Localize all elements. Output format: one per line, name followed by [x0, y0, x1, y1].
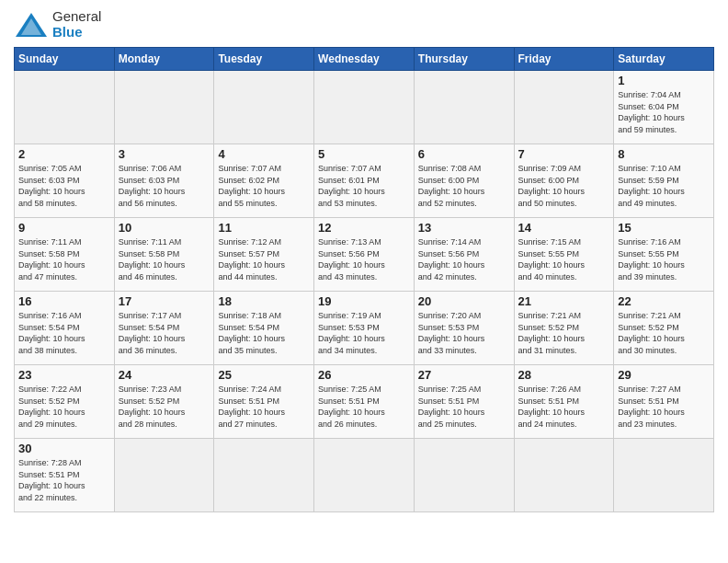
- logo-text: General Blue: [52, 9, 101, 40]
- week-row-2: 2Sunrise: 7:05 AM Sunset: 6:03 PM Daylig…: [15, 144, 714, 218]
- day-info: Sunrise: 7:09 AM Sunset: 6:00 PM Dayligh…: [518, 163, 610, 209]
- week-row-4: 16Sunrise: 7:16 AM Sunset: 5:54 PM Dayli…: [15, 292, 714, 365]
- day-number: 6: [418, 147, 510, 161]
- calendar-cell: [15, 71, 115, 144]
- day-info: Sunrise: 7:15 AM Sunset: 5:55 PM Dayligh…: [518, 236, 610, 282]
- day-number: 9: [18, 221, 110, 235]
- calendar-cell: 20Sunrise: 7:20 AM Sunset: 5:53 PM Dayli…: [414, 292, 514, 365]
- day-info: Sunrise: 7:04 AM Sunset: 6:04 PM Dayligh…: [618, 89, 710, 135]
- calendar-cell: 29Sunrise: 7:27 AM Sunset: 5:51 PM Dayli…: [614, 365, 714, 439]
- day-number: 11: [218, 221, 310, 235]
- day-number: 7: [518, 147, 610, 161]
- calendar-cell: 17Sunrise: 7:17 AM Sunset: 5:54 PM Dayli…: [114, 292, 214, 365]
- day-number: 2: [18, 147, 110, 161]
- calendar-cell: [414, 439, 514, 512]
- day-info: Sunrise: 7:21 AM Sunset: 5:52 PM Dayligh…: [618, 310, 710, 356]
- day-number: 20: [418, 294, 510, 308]
- day-header-saturday: Saturday: [614, 48, 714, 71]
- day-info: Sunrise: 7:05 AM Sunset: 6:03 PM Dayligh…: [18, 163, 110, 209]
- day-number: 28: [518, 368, 610, 382]
- calendar-body: 1Sunrise: 7:04 AM Sunset: 6:04 PM Daylig…: [15, 71, 714, 512]
- calendar-cell: 18Sunrise: 7:18 AM Sunset: 5:54 PM Dayli…: [214, 292, 314, 365]
- day-info: Sunrise: 7:12 AM Sunset: 5:57 PM Dayligh…: [218, 236, 310, 282]
- calendar-cell: 30Sunrise: 7:28 AM Sunset: 5:51 PM Dayli…: [15, 439, 115, 512]
- calendar-cell: 8Sunrise: 7:10 AM Sunset: 5:59 PM Daylig…: [614, 144, 714, 218]
- calendar-cell: [514, 71, 614, 144]
- day-number: 13: [418, 221, 510, 235]
- day-number: 19: [318, 294, 410, 308]
- day-number: 15: [618, 221, 710, 235]
- calendar-cell: [214, 71, 314, 144]
- calendar-cell: 11Sunrise: 7:12 AM Sunset: 5:57 PM Dayli…: [214, 218, 314, 292]
- week-row-5: 23Sunrise: 7:22 AM Sunset: 5:52 PM Dayli…: [15, 365, 714, 439]
- calendar-cell: [214, 439, 314, 512]
- day-number: 17: [119, 294, 210, 308]
- day-info: Sunrise: 7:18 AM Sunset: 5:54 PM Dayligh…: [218, 310, 310, 356]
- calendar-table: SundayMondayTuesdayWednesdayThursdayFrid…: [14, 47, 714, 512]
- day-number: 3: [119, 147, 210, 161]
- week-row-6: 30Sunrise: 7:28 AM Sunset: 5:51 PM Dayli…: [15, 439, 714, 512]
- day-number: 27: [418, 368, 510, 382]
- calendar-cell: 13Sunrise: 7:14 AM Sunset: 5:56 PM Dayli…: [414, 218, 514, 292]
- day-number: 22: [618, 294, 710, 308]
- calendar-cell: 27Sunrise: 7:25 AM Sunset: 5:51 PM Dayli…: [414, 365, 514, 439]
- day-info: Sunrise: 7:17 AM Sunset: 5:54 PM Dayligh…: [119, 310, 210, 356]
- day-number: 12: [318, 221, 410, 235]
- calendar-cell: 10Sunrise: 7:11 AM Sunset: 5:58 PM Dayli…: [114, 218, 214, 292]
- day-info: Sunrise: 7:11 AM Sunset: 5:58 PM Dayligh…: [18, 236, 110, 282]
- day-info: Sunrise: 7:07 AM Sunset: 6:01 PM Dayligh…: [318, 163, 410, 209]
- days-header-row: SundayMondayTuesdayWednesdayThursdayFrid…: [15, 48, 714, 71]
- calendar-cell: [614, 439, 714, 512]
- calendar-cell: 5Sunrise: 7:07 AM Sunset: 6:01 PM Daylig…: [314, 144, 415, 218]
- day-number: 23: [18, 368, 110, 382]
- calendar-cell: 3Sunrise: 7:06 AM Sunset: 6:03 PM Daylig…: [114, 144, 214, 218]
- calendar-cell: [314, 439, 415, 512]
- calendar-cell: 23Sunrise: 7:22 AM Sunset: 5:52 PM Dayli…: [15, 365, 115, 439]
- day-info: Sunrise: 7:27 AM Sunset: 5:51 PM Dayligh…: [618, 384, 710, 430]
- calendar-cell: 22Sunrise: 7:21 AM Sunset: 5:52 PM Dayli…: [614, 292, 714, 365]
- calendar-cell: 28Sunrise: 7:26 AM Sunset: 5:51 PM Dayli…: [514, 365, 614, 439]
- calendar-cell: [314, 71, 415, 144]
- calendar-cell: 7Sunrise: 7:09 AM Sunset: 6:00 PM Daylig…: [514, 144, 614, 218]
- logo: General Blue: [14, 9, 101, 40]
- day-info: Sunrise: 7:24 AM Sunset: 5:51 PM Dayligh…: [218, 384, 310, 430]
- day-number: 5: [318, 147, 410, 161]
- day-header-tuesday: Tuesday: [214, 48, 314, 71]
- calendar-cell: 14Sunrise: 7:15 AM Sunset: 5:55 PM Dayli…: [514, 218, 614, 292]
- calendar-cell: [414, 71, 514, 144]
- day-info: Sunrise: 7:08 AM Sunset: 6:00 PM Dayligh…: [418, 163, 510, 209]
- calendar-cell: 21Sunrise: 7:21 AM Sunset: 5:52 PM Dayli…: [514, 292, 614, 365]
- calendar-cell: 4Sunrise: 7:07 AM Sunset: 6:02 PM Daylig…: [214, 144, 314, 218]
- calendar-cell: [114, 439, 214, 512]
- calendar-cell: 9Sunrise: 7:11 AM Sunset: 5:58 PM Daylig…: [15, 218, 115, 292]
- calendar-cell: 24Sunrise: 7:23 AM Sunset: 5:52 PM Dayli…: [114, 365, 214, 439]
- day-info: Sunrise: 7:23 AM Sunset: 5:52 PM Dayligh…: [119, 384, 210, 430]
- day-number: 8: [618, 147, 710, 161]
- day-number: 21: [518, 294, 610, 308]
- header: General Blue: [14, 9, 714, 40]
- day-number: 24: [119, 368, 210, 382]
- calendar-cell: 12Sunrise: 7:13 AM Sunset: 5:56 PM Dayli…: [314, 218, 415, 292]
- calendar-cell: 25Sunrise: 7:24 AM Sunset: 5:51 PM Dayli…: [214, 365, 314, 439]
- day-info: Sunrise: 7:13 AM Sunset: 5:56 PM Dayligh…: [318, 236, 410, 282]
- day-header-monday: Monday: [114, 48, 214, 71]
- calendar-cell: 6Sunrise: 7:08 AM Sunset: 6:00 PM Daylig…: [414, 144, 514, 218]
- calendar-cell: 2Sunrise: 7:05 AM Sunset: 6:03 PM Daylig…: [15, 144, 115, 218]
- day-number: 10: [119, 221, 210, 235]
- day-info: Sunrise: 7:07 AM Sunset: 6:02 PM Dayligh…: [218, 163, 310, 209]
- calendar-cell: 16Sunrise: 7:16 AM Sunset: 5:54 PM Dayli…: [15, 292, 115, 365]
- day-number: 29: [618, 368, 710, 382]
- calendar-cell: 26Sunrise: 7:25 AM Sunset: 5:51 PM Dayli…: [314, 365, 415, 439]
- day-info: Sunrise: 7:25 AM Sunset: 5:51 PM Dayligh…: [318, 384, 410, 430]
- day-info: Sunrise: 7:26 AM Sunset: 5:51 PM Dayligh…: [518, 384, 610, 430]
- day-number: 18: [218, 294, 310, 308]
- day-info: Sunrise: 7:19 AM Sunset: 5:53 PM Dayligh…: [318, 310, 410, 356]
- calendar-page: General Blue SundayMondayTuesdayWednesda…: [0, 0, 728, 522]
- calendar-cell: 1Sunrise: 7:04 AM Sunset: 6:04 PM Daylig…: [614, 71, 714, 144]
- day-number: 14: [518, 221, 610, 235]
- day-number: 1: [618, 74, 710, 87]
- day-info: Sunrise: 7:21 AM Sunset: 5:52 PM Dayligh…: [518, 310, 610, 356]
- logo-icon: [14, 11, 49, 39]
- day-info: Sunrise: 7:06 AM Sunset: 6:03 PM Dayligh…: [119, 163, 210, 209]
- calendar-header: SundayMondayTuesdayWednesdayThursdayFrid…: [15, 48, 714, 71]
